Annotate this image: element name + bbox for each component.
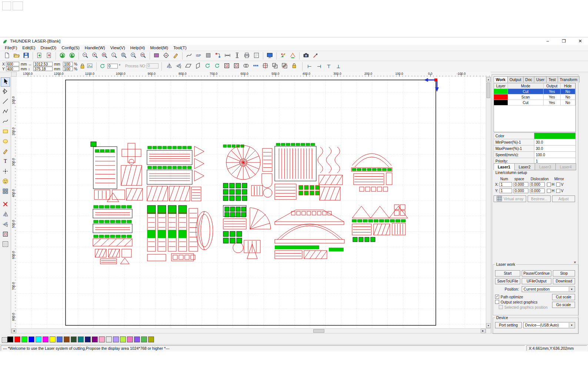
output-select-graphics-checkbox[interactable]: [495, 300, 499, 304]
save-button[interactable]: [21, 51, 31, 61]
y-position-input[interactable]: 400: [6, 67, 19, 71]
horizontal-scrollbar[interactable]: ◀ ▶: [11, 328, 486, 334]
savetoufile-button[interactable]: SaveToUFile: [495, 278, 520, 284]
tool-pen[interactable]: [1, 147, 10, 157]
mirror-h-checkbox[interactable]: [547, 189, 551, 193]
layer-row[interactable]: CutYesNo: [494, 100, 575, 105]
tool-node-edit[interactable]: [1, 87, 10, 97]
tool-select[interactable]: [1, 77, 10, 87]
zoom-all-button[interactable]: [138, 51, 148, 61]
y-dislocation-input[interactable]: 0.000: [530, 188, 545, 193]
mirror-h-checkbox[interactable]: [547, 182, 551, 187]
zoom-1-button[interactable]: 1: [110, 51, 119, 61]
redo-button[interactable]: [67, 51, 77, 61]
x-position-input[interactable]: 600: [6, 62, 19, 66]
scroll-left-arrow[interactable]: ◀: [11, 329, 16, 333]
fill-tool-button[interactable]: [204, 51, 213, 61]
layer-color-swatch[interactable]: [494, 94, 508, 100]
menu-config[interactable]: Config(S): [59, 45, 82, 50]
start-button[interactable]: Start: [495, 270, 520, 277]
tool-mirror-v[interactable]: [1, 220, 10, 229]
property-value[interactable]: 100.0: [534, 152, 575, 158]
align-right-button[interactable]: ⊣: [315, 62, 324, 71]
pause-continue-button[interactable]: Pause/Continue: [522, 270, 551, 277]
palette-color[interactable]: [99, 336, 105, 342]
palette-color[interactable]: [29, 336, 34, 342]
tab-doc[interactable]: Doc: [523, 76, 535, 83]
tool-rect[interactable]: [1, 127, 10, 137]
laser-dot-button[interactable]: [278, 51, 288, 61]
palette-color[interactable]: [78, 336, 84, 342]
palette-color[interactable]: [36, 336, 41, 342]
skew-v-button[interactable]: [193, 62, 203, 71]
layer-cell[interactable]: Yes: [544, 94, 561, 100]
zoom-in-button[interactable]: [90, 51, 100, 61]
ufileoutput-button[interactable]: UFileOutput: [522, 278, 551, 284]
weld-button[interactable]: [241, 62, 251, 71]
palette-color[interactable]: [43, 336, 49, 342]
palette-color[interactable]: [106, 336, 112, 342]
scroll-down-arrow[interactable]: ▼: [486, 323, 491, 328]
menu-edit[interactable]: Edit(E): [20, 45, 38, 50]
lock-ratio-icon[interactable]: [79, 63, 86, 71]
undo-button[interactable]: [58, 51, 67, 61]
offset-in-button[interactable]: [222, 62, 231, 71]
tab-work[interactable]: Work: [494, 76, 508, 83]
flip-h-button[interactable]: [164, 62, 174, 71]
mirror-v-checkbox[interactable]: [556, 189, 560, 193]
chevron-down-icon[interactable]: ▼: [569, 323, 574, 328]
layer-cell[interactable]: No: [561, 100, 575, 105]
measure-h-button[interactable]: [223, 51, 232, 61]
menu-file[interactable]: File(F): [2, 45, 20, 50]
export-button[interactable]: [44, 51, 54, 61]
y-space-input[interactable]: 0.000: [514, 188, 528, 193]
scroll-up-arrow[interactable]: ▲: [486, 77, 491, 82]
tab-laser2[interactable]: Laser2: [514, 163, 535, 170]
layer-color-swatch[interactable]: [494, 89, 508, 94]
maximize-button[interactable]: ❒: [560, 38, 568, 44]
x-num-input[interactable]: 1: [500, 182, 512, 187]
tool-offset[interactable]: [1, 230, 10, 239]
import-button[interactable]: [35, 51, 44, 61]
position-select[interactable]: Current position▼: [522, 286, 575, 292]
zoom-out-button[interactable]: [81, 51, 90, 61]
menu-view[interactable]: View(V): [108, 45, 128, 50]
tab-transform[interactable]: Transform: [558, 76, 579, 83]
center-align-button[interactable]: [261, 62, 270, 71]
menu-handle[interactable]: Handle(W): [82, 45, 108, 50]
track-point-button[interactable]: [161, 51, 171, 61]
layer-cell[interactable]: Yes: [544, 100, 561, 105]
ungroup-button[interactable]: [280, 62, 289, 71]
tool-dither[interactable]: [1, 240, 10, 249]
path-optimize-checkbox[interactable]: ✓: [495, 295, 499, 299]
tab-test[interactable]: Test: [546, 76, 558, 83]
laser-show-button[interactable]: [288, 51, 297, 61]
chevron-down-icon[interactable]: ▼: [569, 287, 574, 291]
palette-color[interactable]: [92, 336, 98, 342]
pipette-button[interactable]: [311, 51, 320, 61]
layer-row[interactable]: CutYesNo: [494, 89, 575, 94]
palette-color[interactable]: [50, 336, 56, 342]
palette-color[interactable]: [113, 336, 119, 342]
menu-model[interactable]: Model(M): [147, 45, 171, 50]
port-setting-button[interactable]: Port setting: [495, 322, 522, 328]
curve-button[interactable]: [184, 51, 194, 61]
mirror-v-checkbox[interactable]: [556, 182, 560, 187]
palette-color[interactable]: [64, 336, 70, 342]
tool-array-copy[interactable]: [1, 187, 10, 197]
layer-row[interactable]: ScanYesNo: [494, 94, 575, 100]
menu-draw[interactable]: Draw(D): [38, 45, 59, 50]
palette-color[interactable]: [85, 336, 91, 342]
device-select[interactable]: Device---(USB:Auto) ▼: [523, 322, 575, 328]
tab-laser1[interactable]: Laser1: [494, 163, 515, 170]
tool-mirror-h[interactable]: [1, 210, 10, 220]
menu-tool[interactable]: Tool(T): [171, 45, 189, 50]
x-space-input[interactable]: 0.000: [514, 182, 528, 187]
tool-polyline[interactable]: [1, 107, 10, 117]
camera-button[interactable]: [301, 51, 311, 61]
open-button[interactable]: [12, 51, 21, 61]
lock-ratio-button[interactable]: [290, 62, 299, 71]
layer-cell[interactable]: Cut: [508, 89, 544, 94]
drawing-canvas[interactable]: [16, 77, 486, 328]
align-top-button[interactable]: ⊤: [324, 62, 333, 71]
